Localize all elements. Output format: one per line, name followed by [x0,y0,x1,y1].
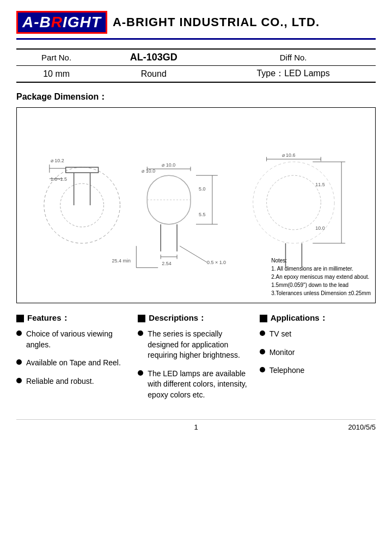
descriptions-header: Descriptions： [138,313,254,323]
application-text-2: Monitor [270,347,376,358]
diff-no-label: Diff No. [211,49,376,66]
notes-line4: 3.Tolerances unless Dimension ±0.25mm [271,289,371,297]
descriptions-label: Descriptions： [149,313,206,323]
svg-point-1 [60,183,104,227]
application-item-1: TV set [260,329,376,340]
description-text-1: The series is specially designed for app… [148,329,254,361]
svg-point-25 [253,162,335,243]
svg-line-42 [180,246,207,262]
notes-title: Notes: [271,256,371,265]
part-id: AL-103GD [96,49,211,66]
bullet-icon [138,330,143,336]
svg-text:11.5: 11.5 [315,182,324,187]
application-text-1: TV set [270,329,376,340]
svg-text:10.0: 10.0 [315,225,324,231]
page-number: 1 [136,423,256,431]
svg-rect-2 [66,167,99,173]
feature-item-1: Choice of various viewing angles. [16,329,132,350]
package-drawing: ⌀ 10.2 1.0~1.5 ⌀ 10.0 5.0 5.5 ⌀ 10.0 [16,107,376,303]
shape-value: Round [96,66,211,83]
notes-line3: 1.5mm(0.059") down to the lead [271,281,371,289]
application-item-3: Telephone [260,365,376,376]
bullet-icon [138,370,143,376]
info-columns: Features： Choice of various viewing angl… [16,313,376,408]
bullet-icon [260,367,265,372]
feature-text-3: Reliable and robust. [26,376,132,387]
package-dimension-title: Package Dimension： [16,91,376,103]
description-item-1: The series is specially designed for app… [138,329,254,361]
page-header: A-BRIGHT A-BRIGHT INDUSTRIAL CO., LTD. [16,11,376,40]
features-header: Features： [16,313,132,323]
applications-column: Applications： TV set Monitor Telephone [260,313,376,408]
svg-text:⌀ 10.6: ⌀ 10.6 [282,152,296,158]
features-label: Features： [27,313,70,323]
notes-line2: 2.An epoxy meniscus may extend about. [271,273,371,281]
svg-text:1.0~1.5: 1.0~1.5 [51,176,67,182]
svg-text:⌀ 10.2: ⌀ 10.2 [51,158,64,163]
application-item-2: Monitor [260,347,376,358]
feature-item-3: Reliable and robust. [16,376,132,387]
bullet-icon [16,378,22,383]
applications-header: Applications： [260,313,376,323]
applications-label: Applications： [271,313,328,323]
page-footer: 1 2010/5/5 [16,419,376,431]
svg-text:25.4 min: 25.4 min [112,258,130,264]
svg-text:⌀ 10.0: ⌀ 10.0 [142,168,155,174]
description-text-2: The LED lamps are available with differe… [148,369,254,401]
bullet-icon [260,330,265,336]
feature-item-2: Available on Tape and Reel. [16,358,132,369]
part-info-table: Part No. AL-103GD Diff No. 10 mm Round T… [16,48,376,83]
part-no-label: Part No. [16,49,96,66]
svg-text:0.5 × 1.0: 0.5 × 1.0 [207,260,226,265]
bullet-icon [16,359,22,365]
descriptions-column: Descriptions： The series is specially de… [138,313,254,408]
feature-text-1: Choice of various viewing angles. [26,329,132,350]
svg-text:⌀ 10.0: ⌀ 10.0 [162,162,175,168]
size-value: 10 mm [16,66,96,83]
type-value: Type：LED Lamps [211,66,376,83]
footer-date: 2010/5/5 [256,423,376,431]
logo: A-BRIGHT [16,11,107,34]
application-text-3: Telephone [270,365,376,376]
svg-text:2.54: 2.54 [162,261,171,266]
features-column: Features： Choice of various viewing angl… [16,313,132,408]
notes-line1: 1. All dimensions are in millimeter. [271,265,371,273]
svg-text:5.5: 5.5 [199,212,205,217]
bullet-icon [16,330,22,336]
bullet-icon [260,349,265,354]
descriptions-icon [138,315,145,322]
notes-box: Notes: 1. All dimensions are in millimet… [271,256,371,297]
description-item-2: The LED lamps are available with differe… [138,369,254,401]
applications-icon [260,315,267,322]
company-name: A-BRIGHT INDUSTRIAL CO., LTD. [113,15,320,29]
features-icon [16,315,24,322]
svg-text:5.0: 5.0 [199,186,205,192]
feature-text-2: Available on Tape and Reel. [26,358,132,369]
svg-point-26 [267,175,321,230]
